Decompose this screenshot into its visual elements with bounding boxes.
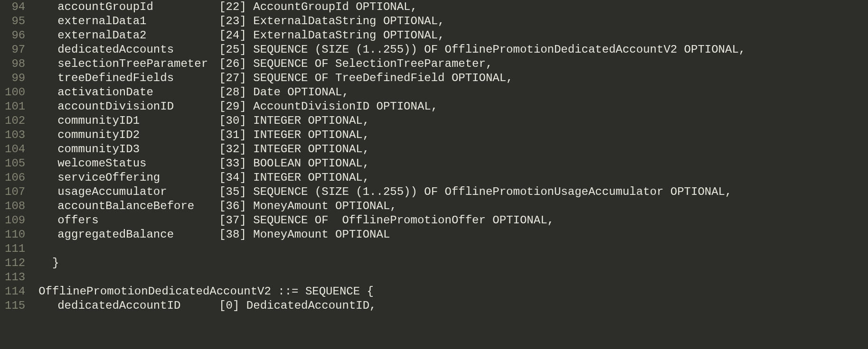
type-reference: INTEGER: [253, 114, 301, 127]
asn1-tag: [36]: [219, 200, 246, 212]
asn1-tag: [35]: [219, 185, 246, 198]
type-reference: AccountDivisionID: [253, 100, 369, 113]
code-line[interactable]: [38, 242, 868, 256]
optional-suffix: OPTIONAL: [329, 228, 390, 241]
type-reference: SEQUENCE (SIZE (1..255)) OF OfflinePromo…: [253, 43, 677, 56]
line-number: 115: [5, 299, 25, 313]
field-identifier: communityID2: [57, 128, 219, 142]
line-number: 110: [5, 228, 25, 242]
asn1-tag: [31]: [219, 129, 246, 141]
line-number: 98: [5, 57, 25, 71]
field-identifier: dedicatedAccounts: [57, 43, 219, 57]
type-reference: AccountGroupId: [253, 0, 349, 13]
code-line[interactable]: welcomeStatus[33] BOOLEAN OPTIONAL,: [38, 156, 868, 171]
optional-suffix: OPTIONAL,: [301, 114, 369, 127]
line-number: 100: [5, 85, 25, 100]
optional-suffix: OPTIONAL,: [663, 185, 732, 198]
type-reference: ExternalDataString: [253, 29, 376, 42]
type-reference: BOOLEAN: [253, 157, 301, 170]
asn1-tag: [37]: [219, 214, 246, 227]
optional-suffix: ,: [369, 299, 376, 312]
raw-text: }: [38, 257, 59, 269]
code-line[interactable]: communityID2[31] INTEGER OPTIONAL,: [38, 128, 868, 142]
type-reference: DedicatedAccountID: [246, 299, 369, 312]
code-line[interactable]: accountGroupId[22] AccountGroupId OPTION…: [38, 0, 868, 14]
code-line[interactable]: usageAccumulator[35] SEQUENCE (SIZE (1..…: [38, 185, 868, 199]
optional-suffix: OPTIONAL,: [369, 100, 438, 113]
line-number: 111: [5, 242, 25, 256]
field-identifier: serviceOffering: [57, 171, 219, 185]
field-identifier: dedicatedAccountID: [57, 299, 219, 313]
optional-suffix: OPTIONAL,: [376, 29, 444, 42]
type-reference: MoneyAmount: [253, 200, 328, 212]
line-number: 104: [5, 142, 25, 156]
type-reference: ExternalDataString: [253, 15, 376, 28]
type-reference: INTEGER: [253, 129, 301, 141]
field-identifier: offers: [57, 213, 219, 228]
code-line[interactable]: externalData2[24] ExternalDataString OPT…: [38, 28, 868, 43]
code-line[interactable]: accountDivisionID[29] AccountDivisionID …: [38, 100, 868, 114]
line-number: 113: [5, 270, 25, 285]
optional-suffix: OPTIONAL,: [281, 86, 349, 99]
asn1-tag: [22]: [219, 0, 246, 13]
field-identifier: accountBalanceBefore: [57, 199, 219, 213]
field-identifier: externalData2: [57, 28, 219, 43]
optional-suffix: ,: [486, 57, 492, 70]
line-number: 108: [5, 199, 25, 213]
code-line[interactable]: }: [38, 256, 868, 270]
code-line[interactable]: [38, 270, 868, 285]
code-line[interactable]: offers[37] SEQUENCE OF OfflinePromotionO…: [38, 213, 868, 228]
code-line[interactable]: accountBalanceBefore[36] MoneyAmount OPT…: [38, 199, 868, 213]
field-identifier: accountDivisionID: [57, 100, 219, 114]
asn1-tag: [26]: [219, 57, 246, 70]
line-number: 109: [5, 213, 25, 228]
code-line[interactable]: communityID3[32] INTEGER OPTIONAL,: [38, 142, 868, 156]
line-number: 102: [5, 114, 25, 128]
optional-suffix: OPTIONAL,: [329, 200, 397, 212]
code-line[interactable]: dedicatedAccounts[25] SEQUENCE (SIZE (1.…: [38, 43, 868, 57]
optional-suffix: OPTIONAL,: [301, 171, 369, 184]
code-line[interactable]: communityID1[30] INTEGER OPTIONAL,: [38, 114, 868, 128]
asn1-tag: [24]: [219, 29, 246, 42]
code-line[interactable]: serviceOffering[34] INTEGER OPTIONAL,: [38, 171, 868, 185]
type-reference: MoneyAmount: [253, 228, 328, 241]
line-number: 97: [5, 43, 25, 57]
code-line[interactable]: activationDate[28] Date OPTIONAL,: [38, 85, 868, 100]
field-identifier: aggregatedBalance: [57, 228, 219, 242]
line-number: 112: [5, 256, 25, 270]
type-reference: SEQUENCE OF SelectionTreeParameter: [253, 57, 486, 70]
line-number: 96: [5, 28, 25, 43]
optional-suffix: OPTIONAL,: [486, 214, 554, 227]
line-number: 101: [5, 100, 25, 114]
code-line[interactable]: treeDefinedFields[27] SEQUENCE OF TreeDe…: [38, 71, 868, 85]
field-identifier: selectionTreeParameter: [57, 57, 219, 71]
optional-suffix: OPTIONAL,: [445, 72, 513, 84]
line-number: 106: [5, 171, 25, 185]
code-line[interactable]: dedicatedAccountID[0] DedicatedAccountID…: [38, 299, 868, 313]
field-identifier: externalData1: [57, 14, 219, 28]
field-identifier: treeDefinedFields: [57, 71, 219, 85]
line-number: 105: [5, 156, 25, 171]
code-area[interactable]: accountGroupId[22] AccountGroupId OPTION…: [35, 0, 868, 349]
line-number: 99: [5, 71, 25, 85]
type-reference: INTEGER: [253, 171, 301, 184]
code-line[interactable]: aggregatedBalance[38] MoneyAmount OPTION…: [38, 228, 868, 242]
optional-suffix: OPTIONAL,: [677, 43, 745, 56]
asn1-tag: [23]: [219, 15, 246, 28]
line-number: 107: [5, 185, 25, 199]
code-line[interactable]: OfflinePromotionDedicatedAccountV2 ::= S…: [38, 285, 868, 299]
field-identifier: welcomeStatus: [57, 156, 219, 171]
type-reference: SEQUENCE (SIZE (1..255)) OF OfflinePromo…: [253, 185, 663, 198]
line-number-gutter: 9495969798991001011021031041051061071081…: [0, 0, 35, 349]
field-identifier: activationDate: [57, 85, 219, 100]
line-number: 94: [5, 0, 25, 14]
optional-suffix: OPTIONAL,: [301, 157, 369, 170]
field-identifier: communityID1: [57, 114, 219, 128]
optional-suffix: OPTIONAL,: [301, 129, 369, 141]
code-line[interactable]: externalData1[23] ExternalDataString OPT…: [38, 14, 868, 28]
code-line[interactable]: selectionTreeParameter[26] SEQUENCE OF S…: [38, 57, 868, 71]
asn1-tag: [0]: [219, 299, 239, 312]
asn1-tag: [25]: [219, 43, 246, 56]
asn1-tag: [27]: [219, 72, 246, 84]
code-editor[interactable]: 9495969798991001011021031041051061071081…: [0, 0, 868, 349]
